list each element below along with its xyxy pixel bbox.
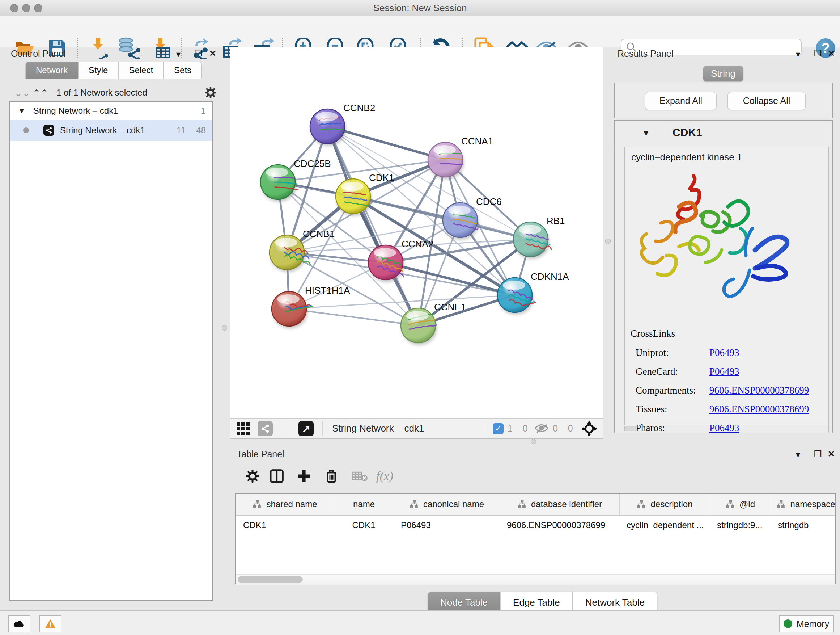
selected-count: 1 – 0 — [508, 423, 528, 434]
collapse-all-button[interactable]: Collapse All — [728, 92, 806, 110]
table-cell[interactable]: cyclin–dependent ... — [619, 516, 710, 534]
float-panel-icon[interactable]: ▾ — [176, 49, 180, 59]
crosslink-link[interactable]: P06493 — [709, 366, 739, 377]
crosslinks-list: Uniprot:P06493GeneCard:P06493Compartment… — [630, 344, 826, 439]
import-network-from-database-button[interactable] — [115, 35, 141, 61]
string-network-icon — [43, 125, 54, 136]
memory-label: Memory — [797, 619, 829, 629]
memory-button[interactable]: Memory — [779, 615, 834, 632]
column-header-@id[interactable]: @id — [710, 494, 771, 515]
column-header-database-identifier[interactable]: database identifier — [500, 494, 619, 515]
tab-select[interactable]: Select — [118, 62, 164, 79]
network-row[interactable]: String Network – cdk1 11 48 — [10, 120, 212, 141]
network-view-canvas[interactable]: CCNB2CCNA1CDC25BCDK1CDC6RB1CCNB1CCNA2CDK… — [230, 47, 603, 418]
network-collection-row[interactable]: ▼ String Network – cdk1 1 — [10, 102, 212, 120]
tab-string[interactable]: String — [703, 66, 743, 81]
right-splitter-handle[interactable] — [605, 239, 611, 244]
node-label-CCNA1: CCNA1 — [461, 136, 493, 147]
maximize-panel-icon[interactable]: ❐ — [195, 49, 202, 59]
gene-section-header[interactable]: ▼ CDK1 — [615, 120, 832, 147]
table-panel-title: Table Panel — [237, 449, 284, 459]
tree-expander-icon[interactable]: ▼ — [18, 107, 25, 115]
fit-selected-crosshair-icon[interactable] — [582, 421, 597, 436]
maximize-panel-icon[interactable]: ❐ — [814, 49, 822, 59]
tab-style[interactable]: Style — [78, 62, 118, 79]
network-edge[interactable] — [353, 196, 531, 239]
column-header-canonical-name[interactable]: canonical name — [393, 494, 500, 515]
node-label-CDK1: CDK1 — [369, 172, 394, 183]
column-header-namespace[interactable]: namespace — [771, 494, 840, 515]
window-title: Session: New Session — [0, 0, 840, 16]
results-horizontal-scrollbar[interactable] — [624, 426, 636, 431]
crosslink-label: Uniprot: — [636, 347, 669, 358]
show-columns-icon[interactable] — [270, 469, 284, 483]
add-column-icon[interactable] — [297, 469, 311, 483]
network-node-CDKN1A[interactable]: CDKN1A — [497, 271, 569, 315]
node-label-CDKN1A: CDKN1A — [531, 271, 569, 282]
bottom-splitter-handle[interactable] — [531, 439, 536, 444]
table-cell[interactable]: CDK1 — [334, 516, 393, 534]
crosslinks-title: CrossLinks — [630, 328, 675, 339]
toolbar-separator — [77, 38, 78, 58]
cloud-icon — [13, 619, 25, 628]
control-panel-tabs: NetworkStyleSelectSets — [25, 62, 202, 79]
crosslink-link[interactable]: P06493 — [709, 423, 739, 434]
table-cell[interactable]: P06493 — [393, 516, 500, 534]
node-label-CCNE1: CCNE1 — [434, 302, 466, 312]
table-cell[interactable]: 9606.ENSP00000378699 — [500, 516, 619, 534]
left-splitter-handle[interactable] — [222, 325, 227, 331]
crosslink-link[interactable]: 9606.ENSP00000378699 — [709, 385, 809, 396]
crosslink-link[interactable]: 9606.ENSP00000378699 — [709, 404, 809, 415]
selected-checkbox-icon[interactable]: ✓ — [493, 423, 504, 434]
gear-icon[interactable] — [205, 87, 216, 98]
hidden-eye-slash-icon — [535, 424, 549, 434]
tab-network[interactable]: Network — [25, 62, 78, 79]
network-svg[interactable]: CCNB2CCNA1CDC25BCDK1CDC6RB1CCNB1CCNA2CDK… — [230, 47, 603, 418]
float-panel-icon[interactable]: ▾ — [796, 450, 800, 460]
table-horizontal-scrollbar[interactable] — [236, 574, 835, 585]
expand-all-tree-icon[interactable]: ⌃⌃ — [33, 88, 49, 99]
crosslink-label: Tissues: — [636, 404, 668, 415]
float-panel-icon[interactable]: ▾ — [796, 49, 800, 59]
scrollbar-thumb[interactable] — [238, 576, 303, 583]
crosslink-label: GeneCard: — [636, 366, 678, 377]
network-node-RB1[interactable]: RB1 — [513, 215, 565, 259]
section-collapse-icon[interactable]: ▼ — [642, 128, 650, 138]
canvas-toolbar-separator — [285, 421, 286, 435]
cloud-button[interactable] — [8, 615, 30, 632]
node-label-CDC25B: CDC25B — [294, 158, 331, 169]
birds-eye-view-icon[interactable] — [237, 422, 250, 435]
string-panel-toggle-icon[interactable] — [257, 421, 273, 436]
table-settings-gear-icon[interactable] — [246, 470, 259, 483]
close-panel-icon[interactable]: ✕ — [828, 49, 835, 59]
gene-symbol: CDK1 — [673, 126, 702, 139]
column-header-name[interactable]: name — [334, 494, 393, 515]
results-vertical-scrollbar[interactable] — [829, 147, 832, 432]
column-header-description[interactable]: description — [619, 494, 710, 515]
close-panel-icon[interactable]: ✕ — [828, 449, 835, 459]
tab-sets[interactable]: Sets — [164, 62, 202, 79]
network-node-HIST1H1A[interactable]: HIST1H1A — [272, 285, 350, 328]
table-cell[interactable]: stringdb:9... — [710, 516, 771, 534]
close-panel-icon[interactable]: ✕ — [209, 49, 216, 59]
node-label-CCNA2: CCNA2 — [401, 239, 433, 249]
delete-table-icon — [352, 470, 368, 482]
warnings-button[interactable] — [39, 615, 62, 632]
network-selection-bar: ⌄⌄ ⌃⌃ 1 of 1 Network selected — [9, 86, 213, 101]
maximize-panel-icon[interactable]: ❐ — [814, 449, 822, 459]
collapse-all-tree-icon[interactable]: ⌄⌄ — [14, 88, 30, 99]
crosslink-link[interactable]: P06493 — [709, 347, 739, 358]
table-cell[interactable]: CDK1 — [236, 516, 334, 534]
network-edge[interactable] — [289, 309, 418, 325]
column-header-shared-name[interactable]: shared name — [236, 494, 334, 515]
import-network-button[interactable] — [85, 35, 111, 61]
import-table-button[interactable] — [149, 35, 175, 61]
open-in-window-icon[interactable]: ↗ — [298, 421, 314, 436]
table-cell[interactable]: stringdb — [771, 516, 840, 534]
hidden-count: 0 – 0 — [553, 423, 573, 434]
canvas-toolbar-separator — [529, 421, 529, 435]
delete-column-trash-icon[interactable] — [324, 469, 339, 484]
database-import-icon — [117, 37, 140, 59]
crosslink-row: Uniprot:P06493 — [630, 344, 826, 363]
expand-all-button[interactable]: Expand All — [645, 92, 717, 110]
